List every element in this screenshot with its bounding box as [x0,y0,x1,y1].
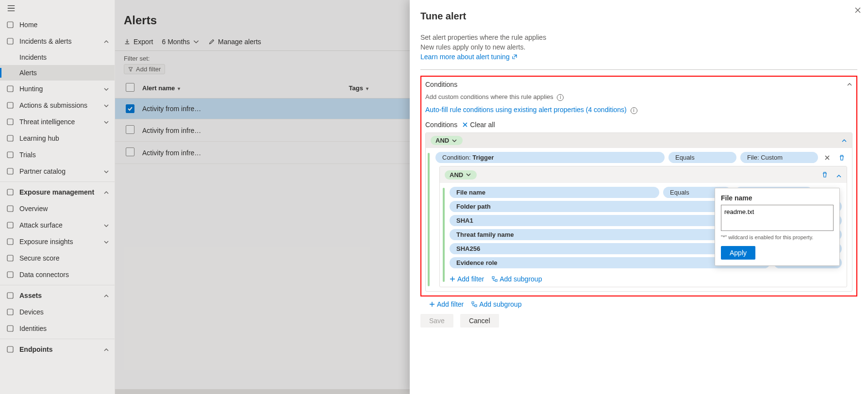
delete-group-button[interactable] [819,169,830,180]
outer-add-subgroup-button[interactable]: Add subgroup [471,300,521,308]
svg-rect-6 [7,152,13,158]
export-button[interactable]: Export [124,38,153,46]
panel-desc2: New rules apply only to new alerts. [420,43,857,51]
manage-alerts-button[interactable]: Manage alerts [208,38,261,46]
close-panel-button[interactable] [854,5,861,15]
range-dropdown[interactable]: 6 Months [162,38,200,46]
and-operator-pill[interactable]: AND [445,170,477,180]
add-filter-button[interactable]: Add filter [450,275,484,283]
sidebar-item-label: Threat intelligence [19,118,75,126]
sidebar-item-learning-hub[interactable]: Learning hub [0,130,115,147]
add-subgroup-button[interactable]: Add subgroup [492,275,542,283]
sidebar-item-data-connectors[interactable]: Data connectors [0,266,115,283]
row-checkbox[interactable] [126,125,134,134]
manage-label: Manage alerts [218,38,261,46]
sidebar-item-incidents-alerts[interactable]: Incidents & alerts [0,33,115,49]
autofill-link[interactable]: Auto-fill rule conditions using existing… [425,106,627,114]
plus-icon [429,301,435,307]
sidebar-item-alerts[interactable]: Alerts [0,65,115,81]
sidebar-item-assets[interactable]: Assets [0,287,115,304]
sidebar-item-hunting[interactable]: Hunting [0,81,115,97]
sidebar-item-home[interactable]: Home [0,16,115,33]
apply-button[interactable]: Apply [721,246,755,260]
chevron-down-icon [104,168,109,175]
info-icon[interactable]: i [631,107,637,114]
sidebar-item-endpoints[interactable]: Endpoints [0,341,115,358]
group-header: AND [426,133,852,148]
sidebar-item-secure-score[interactable]: Secure score [0,250,115,266]
chevron-up-icon[interactable] [836,173,842,179]
svg-rect-3 [7,102,13,108]
sidebar-item-partner-catalog[interactable]: Partner catalog [0,163,115,180]
svg-rect-7 [7,168,13,174]
svg-rect-14 [7,293,13,298]
close-icon [854,7,861,14]
chevron-down-icon [452,138,457,143]
chevron-up-icon [104,292,109,299]
learn-more-label: Learn more about alert tuning [420,53,510,61]
field-pill[interactable]: File name [450,187,659,198]
hamburger-icon[interactable] [0,0,115,16]
nested-group-header: AND [440,166,847,183]
sidebar-item-label: Home [19,21,37,29]
row-checkbox[interactable] [126,148,134,156]
sidebar-item-label: Assets [19,292,42,299]
clear-all-label: Clear all [470,121,495,129]
sidebar-item-identities[interactable]: Identities [0,320,115,337]
condition-op-pill[interactable]: Equals [668,152,736,163]
conditions-section-header[interactable]: Conditions [425,81,852,93]
clear-all-button[interactable]: Clear all [462,121,495,129]
sidebar-item-threat-intelligence[interactable]: Threat intelligence [0,114,115,130]
condition-field-pill[interactable]: Condition: Trigger [435,152,665,163]
and-operator-pill[interactable]: AND [431,136,463,145]
sidebar-item-attack-surface[interactable]: Attack surface [0,217,115,233]
sidebar-item-label: Partner catalog [19,167,66,175]
svg-rect-8 [7,189,13,195]
svg-rect-18 [492,277,494,279]
remove-value-button[interactable] [822,152,833,163]
popover-textarea[interactable] [721,205,834,231]
outer-add-filter-button[interactable]: Add filter [429,300,464,308]
sidebar-item-devices[interactable]: Devices [0,304,115,320]
sidebar-item-label: Endpoints [19,345,52,353]
assets-icon [6,291,15,300]
condition-value-pill[interactable]: File: Custom [740,152,818,163]
clock-icon [6,188,15,197]
save-button[interactable]: Save [420,314,453,328]
svg-rect-21 [475,305,477,307]
sidebar-item-trials[interactable]: Trials [0,147,115,163]
chevron-down-icon [193,38,200,45]
cancel-button[interactable]: Cancel [460,314,499,328]
sidebar-item-label: Overview [19,205,48,213]
sidebar-item-actions-submissions[interactable]: Actions & submissions [0,97,115,114]
chevron-up-icon[interactable] [841,138,847,144]
sidebar-item-label: Hunting [19,85,43,93]
autofill-label: Auto-fill rule conditions using existing… [425,106,627,114]
sidebar-item-label: Devices [19,308,44,316]
sidebar-item-label: Attack surface [19,221,63,229]
subgroup-icon [471,301,477,307]
svg-rect-4 [7,119,13,125]
sidebar-item-label: Learning hub [19,134,59,142]
conditions-subtext-row: Add custom conditions where this rule ap… [425,93,852,101]
popover-hint: "*" wildcard is enabled for this propert… [721,234,834,240]
sidebar-item-incidents[interactable]: Incidents [0,49,115,65]
trash-icon [821,171,828,178]
range-label: 6 Months [162,38,190,46]
chevron-down-icon [104,102,109,109]
sidebar-item-exposure-insights[interactable]: Exposure insights [0,233,115,250]
home-icon [6,20,15,29]
svg-rect-9 [7,206,13,212]
select-all-checkbox[interactable] [126,83,134,92]
info-icon[interactable]: i [557,94,564,101]
chevron-down-icon: ▾ [178,86,180,91]
delete-row-button[interactable] [836,152,847,163]
chevron-up-icon [847,82,852,87]
add-filter-chip[interactable]: Add filter [124,64,165,74]
column-header[interactable]: Alert name ▾ [138,78,345,98]
learn-more-link[interactable]: Learn more about alert tuning [420,53,517,61]
sidebar-item-overview[interactable]: Overview [0,200,115,217]
sidebar-item-exposure-management[interactable]: Exposure management [0,184,115,200]
pencil-icon [208,38,215,45]
row-checkbox[interactable] [126,104,134,113]
